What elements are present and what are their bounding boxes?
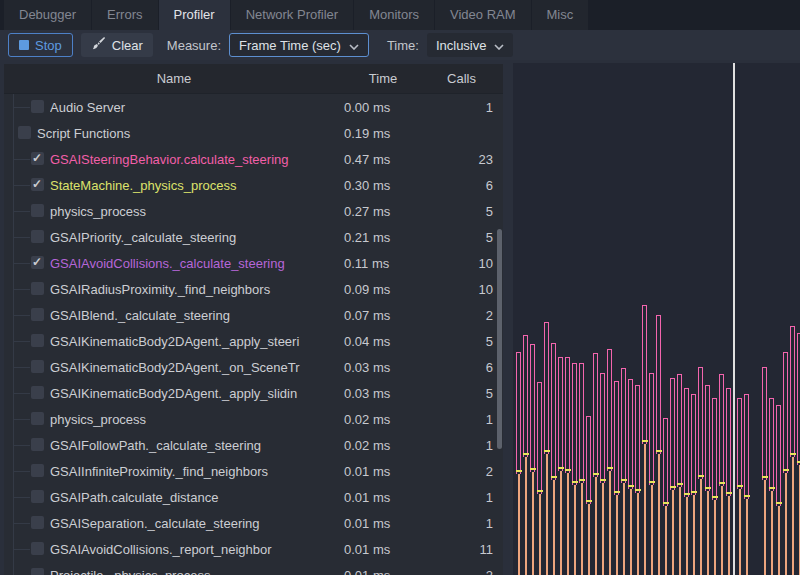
tab[interactable]: Video RAM [435,0,531,30]
table-row[interactable]: Audio Server 0.00 ms 1 [4,94,503,120]
row-checkbox[interactable] [31,568,44,575]
graph-bar-magenta [762,367,767,480]
tab[interactable]: Network Profiler [231,0,353,30]
row-calls-value: 11 [423,542,493,557]
graph-bar-magenta [670,378,675,490]
table-row[interactable]: GSAIAvoidCollisions._calculate_steering … [4,250,503,276]
graph-bar-magenta [530,344,535,472]
row-checkbox[interactable] [31,100,44,113]
table-row[interactable]: GSAIBlend._calculate_steering 0.07 ms 2 [4,302,503,328]
row-checkbox[interactable] [31,178,44,191]
graph-bar-salmon [778,506,780,575]
row-checkbox[interactable] [31,542,44,555]
clear-button[interactable]: Clear [81,33,153,57]
table-row[interactable]: GSAIPath.calculate_distance 0.01 ms 1 [4,484,503,510]
graph-bar-magenta [635,385,640,493]
tab-label: Profiler [174,7,215,22]
profiler-toolbar: Stop Clear Measure: Frame Time (sec) Tim… [0,30,800,60]
table-row[interactable]: Projectile._physics_process 0.01 ms 2 [4,562,503,575]
graph-bar-magenta [614,381,619,495]
tab[interactable]: Debugger [4,0,91,30]
table-row[interactable]: GSAIFollowPath._calculate_steering 0.02 … [4,432,503,458]
row-checkbox[interactable] [18,126,31,139]
graph-tick-yellow [551,476,557,478]
row-checkbox[interactable] [31,490,44,503]
table-row[interactable]: GSAIInfiniteProximity._find_neighbors 0.… [4,458,503,484]
column-header-calls[interactable]: Calls [422,71,501,86]
row-calls-value: 6 [423,360,493,375]
table-row[interactable]: GSAIKinematicBody2DAgent._on_SceneTr 0.0… [4,354,503,380]
graph-bar-magenta [684,388,689,497]
graph-tick-yellow [663,502,669,504]
graph-tick-yellow [530,468,536,470]
row-function-name: StateMachine._physics_process [50,178,344,193]
tree-guide-line [13,549,30,550]
table-row[interactable]: GSAISeparation._calculate_steering 0.01 … [4,510,503,536]
row-checkbox[interactable] [31,360,44,373]
table-row[interactable]: physics_process 0.27 ms 5 [4,198,503,224]
tab-label: Network Profiler [246,7,338,22]
column-header-name[interactable]: Name [4,71,344,86]
row-checkbox[interactable] [31,386,44,399]
table-row[interactable]: GSAIKinematicBody2DAgent._apply_steeri 0… [4,328,503,354]
row-calls-value: 1 [423,412,493,427]
row-checkbox[interactable] [31,152,44,165]
graph-bar-magenta [558,357,563,471]
row-function-name: Audio Server [50,100,344,115]
row-function-name: GSAIKinematicBody2DAgent._apply_slidin [50,386,344,401]
row-time-value: 0.07 ms [344,308,422,323]
tab[interactable]: Errors [92,0,157,30]
table-row[interactable]: Script Functions 0.19 ms [4,120,503,146]
graph-bar-salmon [728,496,730,575]
stop-button[interactable]: Stop [8,33,73,57]
table-row[interactable]: GSAIPriority._calculate_steering 0.21 ms… [4,224,503,250]
tree-guide-line [13,497,30,498]
column-header-time[interactable]: Time [344,71,422,86]
table-row[interactable]: physics_process 0.02 ms 1 [4,406,503,432]
graph-bar-magenta [572,363,577,485]
row-checkbox[interactable] [31,308,44,321]
graph-bar-salmon [672,490,674,575]
row-checkbox[interactable] [31,204,44,217]
graph-bar-magenta [656,315,661,454]
table-row[interactable]: GSAIRadiusProximity._find_neighbors 0.09… [4,276,503,302]
graph-tick-yellow [744,495,750,497]
row-checkbox[interactable] [31,230,44,243]
tree-guide-line [13,107,30,108]
graph-bar-salmon [651,485,653,575]
tab[interactable]: Monitors [354,0,434,30]
row-time-value: 0.01 ms [344,542,422,557]
row-checkbox[interactable] [31,412,44,425]
graph-tick-yellow [649,481,655,483]
row-checkbox[interactable] [31,334,44,347]
graph-bar-salmon [637,493,639,575]
row-checkbox[interactable] [31,282,44,295]
graph-tick-yellow [705,487,711,489]
profiler-graph[interactable] [513,63,800,575]
tab[interactable]: Misc [532,0,589,30]
row-time-value: 0.02 ms [344,412,422,427]
scrollbar-handle[interactable] [497,229,502,449]
table-row[interactable]: GSAISteeringBehavior.calculate_steering … [4,146,503,172]
measure-dropdown[interactable]: Frame Time (sec) [229,33,369,57]
graph-bar-salmon [560,471,562,575]
table-row[interactable]: StateMachine._physics_process 0.30 ms 6 [4,172,503,198]
graph-frame-cursor[interactable] [733,63,735,575]
row-function-name: GSAIAvoidCollisions._report_neighbor [50,542,344,557]
row-checkbox[interactable] [31,464,44,477]
graph-bar-magenta [790,326,795,457]
row-checkbox[interactable] [31,516,44,529]
row-time-value: 0.01 ms [344,464,422,479]
tab[interactable]: Profiler [159,0,230,30]
graph-bar-salmon [574,485,576,575]
table-row[interactable]: GSAIKinematicBody2DAgent._apply_slidin 0… [4,380,503,406]
row-checkbox[interactable] [31,438,44,451]
vertical-scrollbar[interactable] [497,95,502,575]
row-checkbox[interactable] [31,256,44,269]
graph-bar-magenta [649,373,654,485]
table-row[interactable]: GSAIAvoidCollisions._report_neighbor 0.0… [4,536,503,562]
time-dropdown[interactable]: Inclusive [427,33,514,57]
row-time-value: 0.04 ms [344,334,422,349]
row-time-value: 0.09 ms [344,282,422,297]
graph-bar-magenta [628,379,633,489]
